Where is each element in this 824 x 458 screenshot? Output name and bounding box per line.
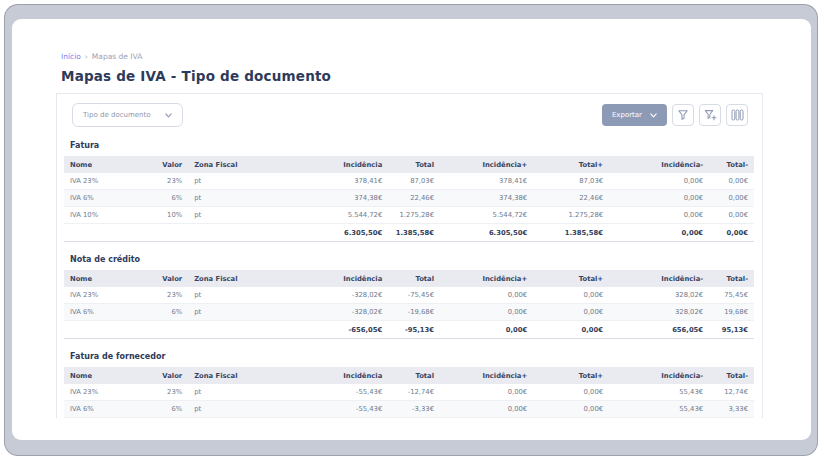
table-cell: 328,02€ bbox=[609, 304, 709, 321]
page-title: Mapas de IVA - Tipo de documento bbox=[61, 68, 811, 84]
table-header-cell: Total- bbox=[709, 156, 754, 173]
table-cell: 0,00€ bbox=[709, 190, 754, 207]
table-cell: -3,33€ bbox=[388, 401, 440, 418]
breadcrumb: Início › Mapas de IVA bbox=[61, 52, 811, 61]
table-cell: 0,00€ bbox=[533, 401, 609, 418]
table-header-cell: Zona Fiscal bbox=[188, 156, 264, 173]
table-cell: -55,43€ bbox=[264, 384, 388, 401]
toolbar-actions: Exportar bbox=[602, 104, 748, 126]
chevron-down-icon bbox=[165, 113, 172, 118]
table-cell: 5.544,72€ bbox=[264, 207, 388, 224]
table-header-row: NomeValorZona FiscalIncidênciaTotalIncid… bbox=[64, 270, 754, 287]
filter-settings-icon bbox=[704, 109, 717, 121]
table-total-cell: -656,05€ bbox=[264, 321, 388, 339]
breadcrumb-current: Mapas de IVA bbox=[92, 52, 142, 61]
table-header-cell: Valor bbox=[143, 270, 188, 287]
section-title: Fatura de fornecedor bbox=[70, 352, 762, 361]
table-totals-row: -656,05€-95,13€0,00€0,00€656,05€95,13€ bbox=[64, 321, 754, 339]
filter-settings-button[interactable] bbox=[699, 104, 721, 126]
report-card: Tipo de documento Exportar bbox=[56, 93, 763, 418]
table-cell: 0,00€ bbox=[609, 207, 709, 224]
table-cell: -55,43€ bbox=[264, 401, 388, 418]
table-cell: -328,02€ bbox=[264, 304, 388, 321]
table-cell: pt bbox=[188, 384, 264, 401]
table-header-cell: Valor bbox=[143, 156, 188, 173]
table-cell: pt bbox=[188, 190, 264, 207]
table-cell: pt bbox=[188, 304, 264, 321]
export-button[interactable]: Exportar bbox=[602, 104, 667, 126]
table-cell: 0,00€ bbox=[440, 287, 533, 304]
table-cell: 0,00€ bbox=[440, 401, 533, 418]
table-cell: 0,00€ bbox=[709, 173, 754, 190]
table-cell: 5.544,72€ bbox=[440, 207, 533, 224]
document-type-dropdown-label: Tipo de documento bbox=[83, 111, 151, 119]
section-title: Nota de crédito bbox=[70, 255, 762, 264]
table-header-cell: Total+ bbox=[533, 367, 609, 384]
table-header-row: NomeValorZona FiscalIncidênciaTotalIncid… bbox=[64, 367, 754, 384]
table-row: IVA 6%6%pt-328,02€-19,68€0,00€0,00€328,0… bbox=[64, 304, 754, 321]
table-header-cell: Nome bbox=[64, 156, 143, 173]
table-cell bbox=[64, 321, 143, 339]
table-cell: pt bbox=[188, 207, 264, 224]
table-cell: 378,41€ bbox=[264, 173, 388, 190]
table-header-cell: Nome bbox=[64, 270, 143, 287]
export-button-label: Exportar bbox=[612, 111, 642, 119]
data-table: NomeValorZona FiscalIncidênciaTotalIncid… bbox=[64, 270, 754, 339]
table-row: IVA 6%6%pt-55,43€-3,33€0,00€0,00€55,43€3… bbox=[64, 401, 754, 418]
chevron-down-icon bbox=[650, 113, 657, 118]
table-header-cell: Total bbox=[388, 367, 440, 384]
breadcrumb-separator: › bbox=[85, 52, 88, 61]
table-cell: pt bbox=[188, 287, 264, 304]
table-header-cell: Incidência- bbox=[609, 367, 709, 384]
table-cell: IVA 23% bbox=[64, 384, 143, 401]
table-total-cell: 6.305,50€ bbox=[440, 224, 533, 242]
filter-button[interactable] bbox=[672, 104, 694, 126]
table-cell: 378,41€ bbox=[440, 173, 533, 190]
table-cell: 12,74€ bbox=[709, 384, 754, 401]
table-cell: IVA 23% bbox=[64, 173, 143, 190]
table-header-cell: Incidência+ bbox=[440, 156, 533, 173]
table-header-cell: Incidência- bbox=[609, 156, 709, 173]
table-total-cell: 1.385,58€ bbox=[388, 224, 440, 242]
table-cell: 0,00€ bbox=[709, 207, 754, 224]
table-total-cell: -95,13€ bbox=[388, 321, 440, 339]
table-total-cell: 95,13€ bbox=[709, 321, 754, 339]
table-row: IVA 23%23%pt-55,43€-12,74€0,00€0,00€55,4… bbox=[64, 384, 754, 401]
table-cell: 6% bbox=[143, 401, 188, 418]
table-cell: IVA 6% bbox=[64, 304, 143, 321]
table-row: IVA 23%23%pt-328,02€-75,45€0,00€0,00€328… bbox=[64, 287, 754, 304]
table-cell: 0,00€ bbox=[440, 384, 533, 401]
table-cell: 6% bbox=[143, 190, 188, 207]
breadcrumb-home-link[interactable]: Início bbox=[61, 52, 81, 61]
table-cell bbox=[143, 224, 188, 242]
columns-icon bbox=[731, 109, 744, 121]
table-header-cell: Total bbox=[388, 156, 440, 173]
report-section: Fatura NomeValorZona FiscalIncidênciaTot… bbox=[57, 141, 762, 242]
table-cell: pt bbox=[188, 401, 264, 418]
table-row: IVA 23%23%pt378,41€87,03€378,41€87,03€0,… bbox=[64, 173, 754, 190]
table-header-cell: Zona Fiscal bbox=[188, 367, 264, 384]
table-row: IVA 6%6%pt374,38€22,46€374,38€22,46€0,00… bbox=[64, 190, 754, 207]
columns-button[interactable] bbox=[726, 104, 748, 126]
table-cell: 55,43€ bbox=[609, 384, 709, 401]
data-table: NomeValorZona FiscalIncidênciaTotalIncid… bbox=[64, 156, 754, 242]
table-cell: 22,46€ bbox=[388, 190, 440, 207]
table-cell: 23% bbox=[143, 287, 188, 304]
table-cell: 22,46€ bbox=[533, 190, 609, 207]
table-cell: 6% bbox=[143, 304, 188, 321]
document-type-dropdown[interactable]: Tipo de documento bbox=[72, 103, 183, 127]
table-total-cell: 0,00€ bbox=[709, 224, 754, 242]
table-cell: -328,02€ bbox=[264, 287, 388, 304]
report-sections: Fatura NomeValorZona FiscalIncidênciaTot… bbox=[57, 141, 762, 418]
table-cell: IVA 6% bbox=[64, 190, 143, 207]
table-cell: 19,68€ bbox=[709, 304, 754, 321]
table-cell: 1.275,28€ bbox=[533, 207, 609, 224]
table-cell: 0,00€ bbox=[533, 384, 609, 401]
table-cell: -12,74€ bbox=[388, 384, 440, 401]
table-cell: 3,33€ bbox=[709, 401, 754, 418]
table-cell: 87,03€ bbox=[388, 173, 440, 190]
report-section: Fatura de fornecedor NomeValorZona Fisca… bbox=[57, 352, 762, 418]
table-total-cell: 656,05€ bbox=[609, 321, 709, 339]
table-cell: 23% bbox=[143, 384, 188, 401]
app-window: Início › Mapas de IVA Mapas de IVA - Tip… bbox=[12, 19, 811, 440]
